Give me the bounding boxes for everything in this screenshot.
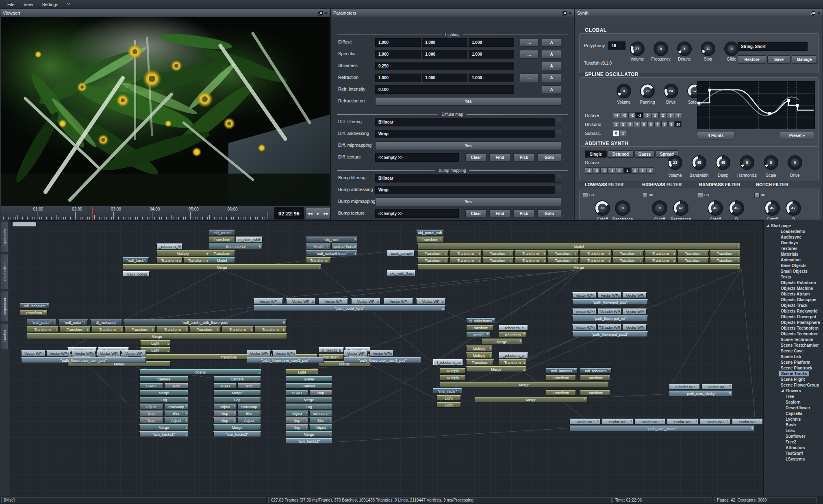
param-field[interactable]: 0.250 [375, 62, 514, 70]
graph-node[interactable]: Transform [580, 375, 610, 380]
graph-node[interactable]: Nop [213, 411, 236, 416]
graph-node[interactable]: Fog [213, 397, 261, 402]
graph-node[interactable]: "scn_tracks1" [139, 431, 188, 437]
graph-node[interactable]: Transform [254, 326, 287, 332]
tree-item-desertflower[interactable]: Desertflower [786, 405, 810, 411]
graph-node[interactable]: TShader WP [597, 308, 621, 314]
spline-octave--1[interactable]: -1 [636, 112, 643, 118]
graph-node[interactable]: dl_credits_b [319, 347, 344, 353]
param-field[interactable]: Bilinear [375, 174, 561, 182]
graph-node[interactable]: Camera [286, 383, 332, 389]
tree-item-scene-cave[interactable]: Scene Cave [781, 348, 803, 354]
additive-octave--4[interactable]: -4 [585, 167, 592, 174]
tree-item-scene-flight[interactable]: Scene Flight [781, 376, 805, 382]
spline-octave-3[interactable]: 3 [667, 112, 674, 118]
graph-node[interactable]: Vector WP [572, 324, 596, 330]
graph-node[interactable]: Light [140, 340, 170, 346]
graph-node[interactable]: ndl_techplant [20, 303, 49, 308]
graph-node[interactable]: bj_whiteframe [466, 318, 495, 324]
spline-octave-1[interactable]: 1 [651, 112, 659, 118]
graph-node[interactable]: Vector WP [247, 350, 271, 356]
graph-node[interactable]: Blur [237, 411, 261, 416]
graph-node[interactable]: Transform [710, 250, 740, 256]
graph-node[interactable]: Transform [612, 250, 644, 256]
graph-node[interactable]: Nop [213, 417, 236, 423]
graph-node[interactable]: "mdl_radar" [433, 388, 462, 394]
graph-node[interactable]: Merge [286, 431, 332, 437]
volume-knob[interactable]: 27 [631, 42, 644, 55]
notch-cutoff-knob[interactable]: 45 [765, 201, 779, 215]
tree-item-tree[interactable]: Tree [786, 393, 794, 399]
graph-node[interactable]: cks_with_flow [387, 270, 415, 276]
graph-node[interactable]: "path_flowerpot_pos2" [572, 331, 648, 337]
tree-item-start-page[interactable]: Start page [766, 223, 791, 228]
spline-octave-0[interactable]: 0 [644, 112, 651, 118]
graph-node[interactable]: Adjust [213, 404, 236, 409]
graph-node[interactable]: Vector WP [623, 308, 647, 314]
additive-octave-4[interactable]: 4 [647, 167, 654, 174]
bandpass-cutoff-knob[interactable]: 45 [708, 201, 722, 215]
tree-item-flowers[interactable]: Flowers [781, 388, 801, 393]
additive-octave-1[interactable]: 1 [623, 167, 631, 174]
tab-path-editor[interactable]: Path editor [1, 254, 9, 290]
graph-node[interactable]: "path_bcstil_light" [254, 305, 445, 311]
polyphony-field[interactable]: 16 [608, 41, 625, 50]
graph-node[interactable]: Adjust [164, 417, 188, 423]
unisono-7[interactable]: 7 [654, 121, 661, 127]
param-field[interactable]: 1.000 [375, 74, 421, 82]
tree-item-objects-technofern[interactable]: Objects Technofern [781, 325, 819, 331]
graph-node[interactable]: Camera [213, 376, 261, 382]
graph-node[interactable]: Adjust [309, 424, 332, 430]
graph-node[interactable]: Scene [139, 369, 261, 375]
graph-node[interactable]: Transform [20, 310, 48, 315]
graph-node[interactable]: ndl_robotarm [580, 368, 612, 374]
pick-button[interactable]: Pick [513, 209, 534, 218]
playhead[interactable] [92, 206, 93, 220]
graph-node[interactable]: Vector WP [72, 350, 96, 356]
lowpass-on-checkbox[interactable] [583, 193, 588, 198]
graph-node[interactable]: Blur [164, 411, 188, 416]
param-field[interactable]: << Empty >> [375, 209, 459, 218]
tree-item-textures[interactable]: Textures [781, 245, 797, 251]
graph-node[interactable]: Fog [139, 397, 188, 402]
graph-node[interactable]: Vector WP [369, 350, 393, 356]
tree-item-sunflower[interactable]: Sunflower [786, 433, 805, 439]
graph-node[interactable]: SSAO [286, 390, 308, 395]
graph-node[interactable]: "mdl_track" [123, 257, 149, 263]
tree-item-objects-robotarm[interactable]: Objects Robotarm [781, 280, 816, 285]
graph-node[interactable]: Multiply [440, 368, 466, 374]
graph-node[interactable]: Light [436, 402, 461, 408]
tree-item-loaderdemo[interactable]: Loaderdemo [781, 228, 805, 234]
...-button[interactable]: ... [520, 74, 539, 82]
graph-node[interactable]: Vector WP [623, 292, 647, 298]
tree-item-scene-testchamber[interactable]: Scene Testchamber [781, 342, 819, 348]
tree-item-animation[interactable]: Animation [781, 257, 801, 263]
graph-node[interactable]: Nop [139, 411, 163, 416]
graph-node[interactable]: Vector WP [286, 298, 315, 304]
unisono-5[interactable]: 5 [641, 121, 647, 127]
graph-node[interactable]: Scalar WP [569, 419, 601, 424]
graph-node[interactable]: Transform [580, 390, 610, 395]
graph-node[interactable]: Model [417, 243, 740, 249]
graph-node[interactable]: Transform [499, 359, 526, 365]
graph-node[interactable]: Merge [482, 339, 522, 344]
graph-node[interactable]: Scalar WP [732, 419, 763, 424]
graph-node[interactable]: Transform [466, 325, 494, 330]
clear-button[interactable]: Clear [465, 209, 486, 218]
graph-node[interactable]: Transform [678, 250, 709, 256]
toggle-diff-mipmapping[interactable]: Yes [375, 141, 561, 150]
goto-button[interactable]: Goto [537, 153, 561, 162]
tree-item-materials[interactable]: Materials [781, 251, 798, 257]
toggle-refraction-on[interactable]: Yes [375, 97, 561, 106]
graph-node[interactable]: Transform [466, 359, 494, 365]
subosc-1[interactable]: 1 [620, 130, 626, 136]
graph-node[interactable]: dl_rockworld [90, 319, 122, 325]
graph-node[interactable]: Scalar WP [634, 419, 666, 424]
graph-node[interactable]: Model [306, 243, 331, 249]
tab-sequencer[interactable]: Sequencer [1, 291, 9, 322]
a-button[interactable]: A [542, 85, 561, 94]
graph-node[interactable]: Transform [546, 390, 576, 395]
graph-node[interactable]: "path_flowerpot_rot" [572, 315, 648, 321]
graph-node[interactable]: Merge [27, 333, 287, 339]
...-button[interactable]: ... [520, 50, 539, 59]
